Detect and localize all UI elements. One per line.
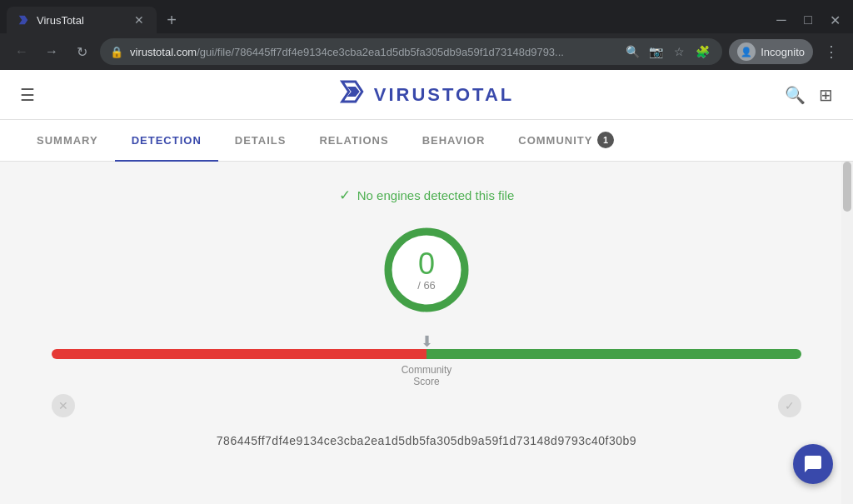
no-engines-message: ✓ No engines detected this file [339, 187, 514, 204]
incognito-button[interactable]: 👤 Incognito [729, 39, 813, 64]
page: ☰ VIRUSTOTAL 🔍 ⊞ SUMMARY DETECTION DETAI… [0, 70, 853, 504]
tab-favicon [17, 13, 30, 27]
score-side-icons: ✕ ✓ [52, 394, 801, 417]
tab-relations[interactable]: RELATIONS [302, 121, 405, 162]
tab-close-button[interactable]: ✕ [132, 12, 147, 27]
incognito-avatar: 👤 [737, 42, 756, 61]
scrollbar-track[interactable] [841, 162, 853, 504]
tab-behavior[interactable]: BEHAVIOR [406, 121, 502, 162]
check-icon: ✓ [339, 187, 351, 204]
donut-total: / 66 [417, 279, 436, 292]
chat-icon [803, 454, 823, 474]
new-tab-button[interactable]: + [160, 8, 183, 32]
hamburger-menu[interactable]: ☰ [20, 85, 35, 105]
search-lens-icon[interactable]: 🔍 [622, 42, 642, 62]
lock-icon: 🔒 [110, 46, 123, 58]
tabs-bar: SUMMARY DETECTION DETAILS RELATIONS BEHA… [0, 120, 853, 162]
thumbs-up-icon[interactable]: ✓ [778, 394, 801, 417]
thumbs-down-icon[interactable]: ✕ [52, 394, 75, 417]
community-score-section: ⬇ Community Score ✕ ✓ [52, 349, 801, 417]
incognito-label: Incognito [761, 46, 805, 58]
community-badge: 1 [597, 132, 614, 148]
score-labels: Community Score [52, 364, 801, 387]
community-score-sub: Score [402, 376, 452, 387]
bookmark-icon[interactable]: ☆ [669, 42, 689, 62]
donut-chart: 0 / 66 [381, 224, 472, 316]
search-icon[interactable]: 🔍 [785, 85, 806, 105]
donut-score: 0 [417, 249, 436, 279]
browser-menu-button[interactable]: ⋮ [820, 40, 843, 63]
tab-title: VirusTotal [37, 14, 125, 27]
main-content: ✓ No engines detected this file 0 / 66 ⬇ [0, 162, 853, 504]
tab-detection[interactable]: DETECTION [115, 121, 218, 162]
donut-center: 0 / 66 [417, 249, 436, 292]
top-nav-actions: 🔍 ⊞ [785, 85, 833, 105]
logo: VIRUSTOTAL [339, 78, 515, 111]
address-actions: 🔍 📷 ☆ 🧩 [622, 42, 712, 62]
file-hash[interactable]: 786445ff7df4e9134ce3cba2ea1d5db5fa305db9… [217, 434, 636, 447]
logo-text: VIRUSTOTAL [374, 84, 515, 106]
community-score-label: Community Score [402, 364, 452, 387]
camera-icon[interactable]: 📷 [646, 42, 666, 62]
active-tab[interactable]: VirusTotal ✕ [7, 7, 157, 33]
no-engines-text: No engines detected this file [357, 188, 514, 202]
close-window-button[interactable]: ✕ [823, 8, 846, 32]
score-bar-wrapper: ⬇ [52, 349, 801, 359]
top-nav: ☰ VIRUSTOTAL 🔍 ⊞ [0, 70, 853, 120]
reload-button[interactable]: ↻ [70, 40, 93, 63]
tab-community[interactable]: COMMUNITY 1 [501, 121, 631, 162]
extension-icon[interactable]: 🧩 [692, 42, 712, 62]
scrollbar-thumb[interactable] [843, 162, 851, 212]
community-score-title: Community [402, 364, 452, 376]
window-controls: ─ □ ✕ [770, 8, 846, 32]
grid-icon[interactable]: ⊞ [819, 85, 833, 105]
minimize-button[interactable]: ─ [770, 8, 793, 32]
maximize-button[interactable]: □ [796, 8, 820, 32]
score-pointer-icon: ⬇ [421, 332, 433, 351]
nav-bar: ← → ↻ 🔒 virustotal.com/gui/file/786445ff… [0, 33, 853, 70]
tab-summary[interactable]: SUMMARY [20, 121, 115, 162]
address-bar[interactable]: 🔒 virustotal.com/gui/file/786445ff7df4e9… [100, 38, 722, 65]
address-text: virustotal.com/gui/file/786445ff7df4e913… [130, 46, 616, 58]
browser-chrome: VirusTotal ✕ + ─ □ ✕ ← → ↻ 🔒 virustotal.… [0, 0, 853, 70]
chat-button[interactable] [793, 444, 833, 484]
svg-marker-0 [19, 16, 28, 25]
forward-button[interactable]: → [40, 40, 63, 63]
logo-icon [339, 78, 366, 111]
back-button[interactable]: ← [10, 40, 33, 63]
tab-bar: VirusTotal ✕ + ─ □ ✕ [0, 0, 853, 33]
tab-details[interactable]: DETAILS [218, 121, 303, 162]
